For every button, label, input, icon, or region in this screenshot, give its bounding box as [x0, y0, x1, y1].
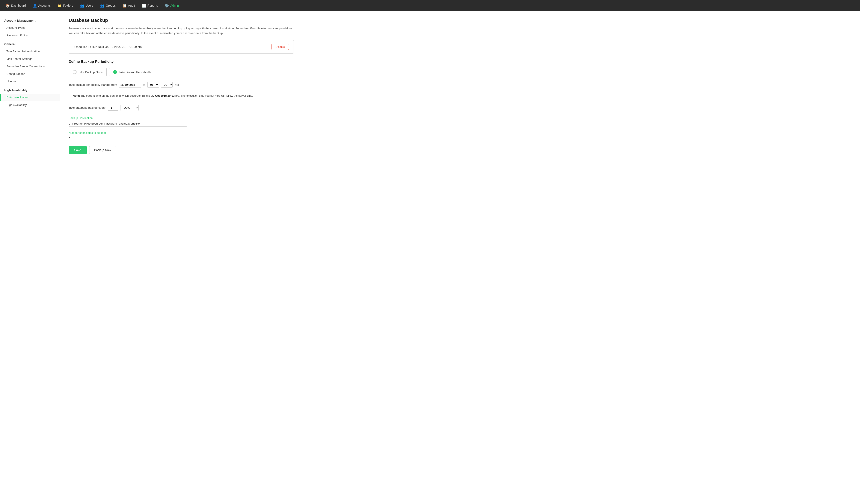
backup-every-row: Take database backup every Days Hours We… [69, 105, 851, 111]
radio-backup-once[interactable]: Take Backup Once [69, 68, 106, 76]
reports-icon: 📊 [142, 4, 146, 8]
radio-label-once: Take Backup Once [78, 71, 102, 74]
starting-from-row: Take backup periodically starting from a… [69, 82, 851, 88]
sidebar: Account Management Account Types Passwor… [0, 11, 60, 504]
schedule-text: Scheduled To Run Next On 31/10/2018 01:0… [74, 45, 142, 48]
radio-backup-periodically[interactable]: Take Backup Periodically [109, 68, 155, 76]
main-content: Database Backup To ensure access to your… [60, 11, 860, 504]
folders-icon: 📁 [57, 4, 62, 8]
admin-icon: ⚙️ [165, 4, 169, 8]
nav-admin[interactable]: ⚙️ Admin [161, 0, 182, 11]
nav-dashboard[interactable]: 🏠 Dashboard [2, 0, 29, 11]
disable-button[interactable]: Disable [272, 44, 289, 50]
section-subtitle-periodicity: Define Backup Periodicity [69, 60, 851, 64]
hrs-label: hrs [175, 83, 179, 86]
action-buttons: Save Backup Now [69, 146, 851, 154]
sidebar-section-general: General [0, 41, 60, 47]
hour-select[interactable]: 01020312 [147, 82, 159, 88]
top-nav: 🏠 Dashboard 👤 Accounts 📁 Folders 👥 Users… [0, 0, 860, 11]
starting-from-label: Take backup periodically starting from [69, 83, 117, 86]
starting-from-date[interactable] [119, 82, 141, 87]
users-icon: 👥 [80, 4, 84, 8]
note-suffix: hrs. The execution time you set here wil… [175, 94, 253, 97]
backup-destination-group: Backup Destination [69, 116, 187, 127]
note-prefix: Note: [73, 94, 80, 97]
note-bold-time: 30 Oct 2018 20:03 [151, 94, 175, 97]
backup-every-label: Take database backup every [69, 106, 105, 109]
accounts-icon: 👤 [33, 4, 37, 8]
num-backups-group: Number of backups to be kept [69, 131, 187, 141]
note-text: The current time on the server in which … [81, 94, 151, 97]
radio-indicator-once [73, 70, 76, 74]
backup-destination-input[interactable] [69, 121, 187, 127]
backup-periodicity-options: Take Backup Once Take Backup Periodicall… [69, 68, 851, 76]
audit-icon: 📋 [123, 4, 127, 8]
save-button[interactable]: Save [69, 146, 87, 154]
note-box: Note: The current time on the server in … [69, 91, 272, 100]
nav-audit[interactable]: 📋 Audit [119, 0, 138, 11]
nav-users[interactable]: 👥 Users [76, 0, 97, 11]
sidebar-section-account-management: Account Management [0, 17, 60, 24]
backup-destination-label: Backup Destination [69, 116, 187, 120]
sidebar-item-high-availability[interactable]: High Availability [0, 101, 60, 109]
nav-groups[interactable]: 👥 Groups [97, 0, 119, 11]
sidebar-item-two-factor[interactable]: Two Factor Authentication [0, 47, 60, 55]
sidebar-item-password-policy[interactable]: Password Policy [0, 31, 60, 39]
groups-icon: 👥 [100, 4, 104, 8]
nav-reports[interactable]: 📊 Reports [138, 0, 161, 11]
page-description: To ensure access to your data and passwo… [69, 26, 294, 35]
sidebar-item-account-types[interactable]: Account Types [0, 24, 60, 31]
sidebar-item-database-backup[interactable]: Database Backup [0, 94, 60, 101]
sidebar-section-high-availability: High Availability [0, 87, 60, 94]
sidebar-item-server-connectivity[interactable]: Securden Server Connectivity [0, 62, 60, 70]
layout: Account Management Account Types Passwor… [0, 11, 860, 504]
num-backups-input[interactable] [69, 136, 187, 141]
nav-accounts[interactable]: 👤 Accounts [29, 0, 54, 11]
backup-every-input[interactable] [108, 105, 118, 111]
schedule-time: 01:00 hrs [130, 45, 142, 48]
radio-label-periodically: Take Backup Periodically [119, 71, 151, 74]
page-title: Database Backup [69, 18, 851, 23]
minute-select[interactable]: 00153045 [161, 82, 173, 88]
sidebar-item-license[interactable]: License [0, 77, 60, 85]
sidebar-item-configurations[interactable]: Configurations [0, 70, 60, 77]
home-icon: 🏠 [5, 4, 10, 8]
num-backups-label: Number of backups to be kept [69, 131, 187, 134]
sidebar-item-mail-server[interactable]: Mail Server Settings [0, 55, 60, 62]
radio-indicator-periodically [113, 70, 117, 74]
schedule-date: 31/10/2018 [112, 45, 126, 48]
schedule-box: Scheduled To Run Next On 31/10/2018 01:0… [69, 40, 294, 54]
backup-unit-select[interactable]: Days Hours Weeks [120, 105, 139, 111]
backup-now-button[interactable]: Backup Now [89, 146, 116, 154]
nav-folders[interactable]: 📁 Folders [54, 0, 76, 11]
at-label: at [143, 83, 145, 86]
